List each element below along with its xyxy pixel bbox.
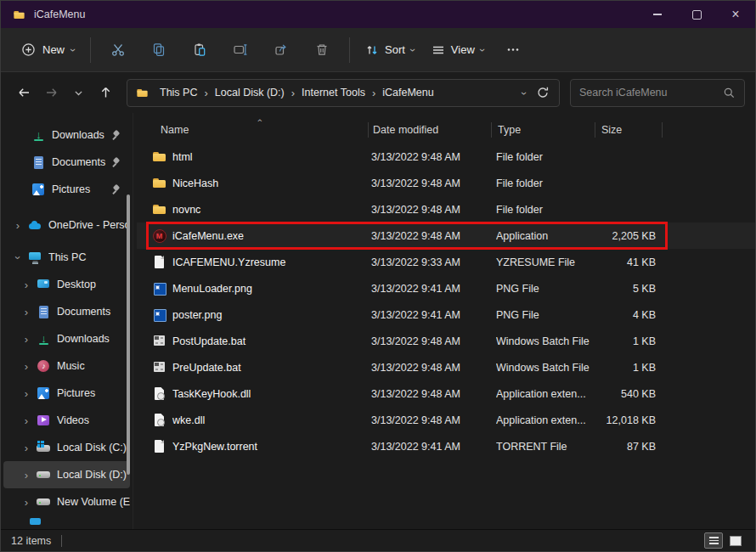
chevron-right-icon[interactable]: [20, 442, 32, 454]
chevron-right-icon[interactable]: [20, 306, 32, 318]
file-row-preupdate-bat[interactable]: PreUpdate.bat3/13/2022 9:48 AMWindows Ba…: [137, 354, 755, 380]
chevron-right-icon[interactable]: [20, 469, 32, 482]
sidebar-item-downloads[interactable]: Downloads: [3, 121, 130, 149]
delete-button[interactable]: [302, 35, 342, 65]
back-button[interactable]: [11, 80, 37, 105]
column-header-name[interactable]: Name: [137, 124, 368, 136]
file-date-modified: 3/13/2022 9:48 AM: [371, 335, 496, 347]
icons-view-toggle[interactable]: [726, 532, 745, 549]
sidebar-item-local-disk-c[interactable]: Local Disk (C:): [3, 434, 130, 461]
file-row-postupdate-bat[interactable]: PostUpdate.bat3/13/2022 9:48 AMWindows B…: [137, 328, 755, 354]
recent-locations-button[interactable]: [65, 80, 91, 105]
copy-button[interactable]: [138, 35, 179, 65]
documents-icon: [37, 305, 51, 319]
minimize-button[interactable]: [638, 1, 677, 28]
desktop-icon: [37, 278, 51, 292]
breadcrumb-item-internet-tools[interactable]: Internet Tools: [296, 84, 370, 101]
chevron-down-icon[interactable]: [522, 85, 526, 100]
share-button[interactable]: [261, 35, 302, 65]
close-button[interactable]: [716, 1, 755, 28]
rename-button[interactable]: [220, 35, 261, 65]
dll-icon: [152, 386, 166, 401]
file-row-yzpkgnew-torrent[interactable]: YzPkgNew.torrent3/13/2022 9:41 AMTORRENT…: [137, 433, 755, 459]
file-row-icafemenu-exe[interactable]: iCafeMenu.exe3/13/2022 9:48 AMApplicatio…: [137, 222, 755, 249]
sidebar-item-videos[interactable]: Videos: [3, 407, 130, 434]
breadcrumb-item-icafemenu[interactable]: iCafeMenu: [377, 84, 438, 101]
file-row-wke-dll[interactable]: wke.dll3/13/2022 9:48 AMApplication exte…: [137, 407, 755, 433]
sidebar-item-local-disk-d[interactable]: Local Disk (D:): [3, 461, 130, 488]
search-box[interactable]: [570, 79, 745, 107]
file-icon: [152, 439, 166, 453]
chevron-right-icon[interactable]: [20, 387, 32, 400]
file-date-modified: 3/13/2022 9:48 AM: [371, 230, 496, 242]
sidebar-item-pictures[interactable]: Pictures: [3, 176, 130, 203]
sort-icon: [365, 43, 379, 57]
png-icon: [152, 307, 166, 322]
pin-icon: [111, 184, 121, 194]
column-header-date-modified[interactable]: Date modified: [368, 124, 491, 136]
sidebar-item-documents[interactable]: Documents: [3, 298, 130, 325]
sidebar-item-this-pc[interactable]: This PC: [3, 244, 130, 271]
item-count: 12 items: [11, 535, 51, 547]
file-row-menuloader-png[interactable]: MenuLoader.png3/13/2022 9:41 AMPNG File5…: [137, 275, 755, 301]
file-list: Name Date modified Type Size html3/13/20…: [133, 113, 755, 529]
ellipsis-icon: [505, 42, 521, 57]
chevron-right-icon[interactable]: [20, 496, 32, 509]
sidebar-item-onedrive-perso[interactable]: OneDrive - Perso: [3, 211, 130, 239]
bat-icon: [152, 334, 166, 348]
file-row-icafemenu-yzresume[interactable]: ICAFEMENU.Yzresume3/13/2022 9:33 AMYZRES…: [137, 249, 755, 275]
downloads-icon: [31, 128, 46, 143]
pictures-icon: [31, 183, 46, 197]
sidebar-item-documents[interactable]: Documents: [3, 149, 130, 176]
breadcrumb-separator-icon: [291, 85, 295, 100]
breadcrumb-separator-icon: [204, 85, 207, 100]
sidebar-item-label: Local Disk (D:): [57, 469, 130, 481]
sidebar-item-network-partial[interactable]: [3, 517, 130, 527]
maximize-button[interactable]: [677, 1, 716, 28]
file-row-poster-png[interactable]: poster.png3/13/2022 9:41 AMPNG File4 KB: [137, 301, 755, 328]
view-button[interactable]: View: [423, 38, 493, 62]
details-view-toggle[interactable]: [704, 532, 723, 549]
sidebar-item-label: Music: [57, 360, 130, 372]
refresh-icon[interactable]: [536, 86, 550, 99]
sidebar-item-new-volume-e[interactable]: New Volume (E: [3, 488, 130, 515]
chevron-right-icon[interactable]: [20, 333, 32, 346]
breadcrumb-item-this-pc[interactable]: This PC: [155, 84, 202, 101]
forward-button[interactable]: [38, 80, 64, 105]
more-options-button[interactable]: [493, 35, 533, 65]
new-button-label: New: [42, 43, 65, 56]
sidebar-items: DownloadsDocumentsPicturesOneDrive - Per…: [1, 121, 133, 527]
file-date-modified: 3/13/2022 9:41 AM: [371, 309, 496, 321]
toolbar-divider: [90, 37, 91, 63]
sidebar-item-label: Documents: [57, 306, 130, 318]
breadcrumb-item-local-disk-d[interactable]: Local Disk (D:): [210, 84, 290, 101]
file-date-modified: 3/13/2022 9:41 AM: [371, 441, 496, 453]
new-button[interactable]: New: [13, 37, 83, 62]
file-row-novnc[interactable]: novnc3/13/2022 9:48 AMFile folder: [137, 196, 755, 222]
file-icon: [152, 255, 166, 269]
cut-button[interactable]: [98, 35, 138, 65]
chevron-right-icon[interactable]: [20, 414, 32, 427]
sidebar-item-music[interactable]: Music: [3, 352, 130, 380]
sort-ascending-icon: [257, 115, 261, 127]
chevron-down-icon[interactable]: [12, 251, 24, 264]
chevron-right-icon[interactable]: [20, 279, 32, 291]
file-row-taskkeyhook-dll[interactable]: TaskKeyHook.dll3/13/2022 9:48 AMApplicat…: [137, 380, 755, 407]
up-button[interactable]: [93, 80, 118, 105]
paste-button[interactable]: [179, 35, 220, 65]
file-row-nicehash[interactable]: NiceHash3/13/2022 9:48 AMFile folder: [137, 170, 755, 196]
sort-button[interactable]: Sort: [357, 38, 423, 62]
sidebar-item-downloads[interactable]: Downloads: [3, 325, 130, 352]
address-bar[interactable]: This PCLocal Disk (D:)Internet ToolsiCaf…: [127, 79, 560, 107]
search-input[interactable]: [579, 87, 723, 99]
column-header-type[interactable]: Type: [491, 124, 595, 136]
chevron-right-icon[interactable]: [12, 219, 24, 232]
file-row-html[interactable]: html3/13/2022 9:48 AMFile folder: [137, 144, 755, 170]
file-size: 2,205 KB: [595, 230, 656, 242]
chevron-right-icon[interactable]: [20, 360, 32, 373]
sidebar-scrollbar[interactable]: [127, 194, 130, 475]
sidebar-item-pictures[interactable]: Pictures: [3, 380, 130, 407]
sidebar-item-desktop[interactable]: Desktop: [3, 271, 130, 298]
paste-icon: [192, 42, 207, 57]
column-header-size[interactable]: Size: [595, 124, 663, 136]
